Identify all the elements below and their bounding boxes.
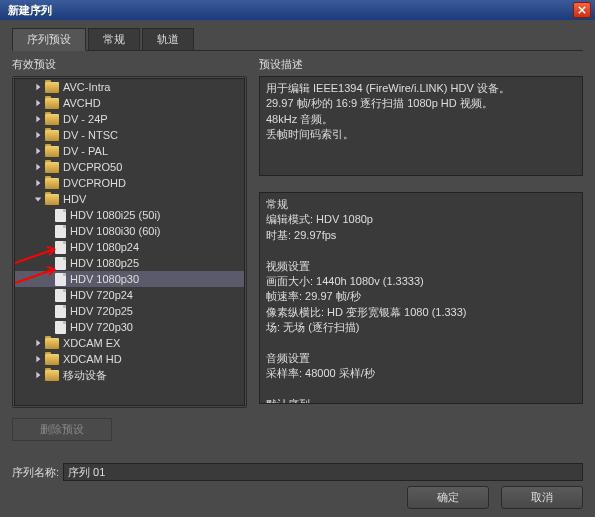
- tree-folder[interactable]: HDV: [15, 191, 244, 207]
- tree-item[interactable]: HDV 720p30: [15, 319, 244, 335]
- tree-item[interactable]: HDV 1080p30: [15, 271, 244, 287]
- titlebar: 新建序列: [0, 0, 595, 20]
- chevron-right-icon: [33, 162, 43, 172]
- tree-item-label: DVCPRO50: [63, 161, 122, 173]
- tab-bar: 序列预设常规轨道: [12, 28, 583, 51]
- tree-folder[interactable]: DV - PAL: [15, 143, 244, 159]
- new-sequence-dialog: 新建序列 序列预设常规轨道 有效预设 AVC-IntraAVCHDDV - 24…: [0, 0, 595, 517]
- tree-folder[interactable]: XDCAM HD: [15, 351, 244, 367]
- folder-icon: [45, 194, 59, 205]
- tree-item-label: HDV 1080p30: [70, 273, 139, 285]
- tree-item-label: HDV 720p30: [70, 321, 133, 333]
- tree-item[interactable]: HDV 720p25: [15, 303, 244, 319]
- tree-item-label: DV - NTSC: [63, 129, 118, 141]
- tree-item-label: HDV 1080p25: [70, 257, 139, 269]
- sequence-name-label: 序列名称:: [12, 465, 59, 480]
- folder-icon: [45, 114, 59, 125]
- close-button[interactable]: [573, 2, 591, 18]
- tree-folder[interactable]: AVC-Intra: [15, 79, 244, 95]
- tree-item-label: 移动设备: [63, 368, 107, 383]
- tree-item[interactable]: HDV 1080i30 (60i): [15, 223, 244, 239]
- folder-icon: [45, 82, 59, 93]
- tree-item[interactable]: HDV 1080i25 (50i): [15, 207, 244, 223]
- tree-folder[interactable]: 移动设备: [15, 367, 244, 383]
- chevron-right-icon: [33, 98, 43, 108]
- preset-file-icon: [55, 241, 66, 254]
- tree-item[interactable]: HDV 1080p25: [15, 255, 244, 271]
- folder-icon: [45, 354, 59, 365]
- tree-item-label: HDV 720p24: [70, 289, 133, 301]
- preset-file-icon: [55, 289, 66, 302]
- tree-item[interactable]: HDV 1080p24: [15, 239, 244, 255]
- tree-item[interactable]: HDV 720p24: [15, 287, 244, 303]
- chevron-right-icon: [33, 370, 43, 380]
- chevron-right-icon: [33, 114, 43, 124]
- preset-details: 常规 编辑模式: HDV 1080p 时基: 29.97fps 视频设置 画面大…: [259, 192, 583, 404]
- folder-icon: [45, 370, 59, 381]
- right-column: 预设描述 用于编辑 IEEE1394 (FireWire/i.LINK) HDV…: [259, 57, 583, 441]
- dialog-body: 序列预设常规轨道 有效预设 AVC-IntraAVCHDDV - 24PDV -…: [0, 20, 595, 489]
- chevron-right-icon: [33, 146, 43, 156]
- sequence-name-input[interactable]: [63, 463, 583, 481]
- preset-file-icon: [55, 225, 66, 238]
- tree-item-label: DV - PAL: [63, 145, 108, 157]
- folder-icon: [45, 178, 59, 189]
- tree-item-label: AVC-Intra: [63, 81, 110, 93]
- preset-file-icon: [55, 209, 66, 222]
- tree-folder[interactable]: AVCHD: [15, 95, 244, 111]
- tree-item-label: HDV: [63, 193, 86, 205]
- tab-2[interactable]: 轨道: [142, 28, 194, 50]
- delete-preset-button: 删除预设: [12, 418, 112, 441]
- ok-button[interactable]: 确定: [407, 486, 489, 509]
- tree-item-label: XDCAM HD: [63, 353, 122, 365]
- tree-folder[interactable]: XDCAM EX: [15, 335, 244, 351]
- chevron-right-icon: [33, 338, 43, 348]
- tree-folder[interactable]: DVCPRO50: [15, 159, 244, 175]
- presets-heading: 有效预设: [12, 57, 247, 72]
- preset-file-icon: [55, 321, 66, 334]
- chevron-right-icon: [33, 82, 43, 92]
- dialog-footer: 确定 取消: [407, 486, 583, 509]
- folder-icon: [45, 98, 59, 109]
- chevron-right-icon: [33, 354, 43, 364]
- tree-item-label: HDV 1080p24: [70, 241, 139, 253]
- tree-item-label: XDCAM EX: [63, 337, 120, 349]
- folder-icon: [45, 146, 59, 157]
- chevron-right-icon: [33, 130, 43, 140]
- tree-item-label: HDV 1080i30 (60i): [70, 225, 161, 237]
- folder-icon: [45, 130, 59, 141]
- folder-icon: [45, 338, 59, 349]
- sequence-name-row: 序列名称:: [12, 463, 583, 481]
- tab-1[interactable]: 常规: [88, 28, 140, 50]
- chevron-down-icon: [33, 194, 43, 204]
- tree-item-label: DV - 24P: [63, 113, 108, 125]
- tree-item-label: HDV 720p25: [70, 305, 133, 317]
- preset-tree[interactable]: AVC-IntraAVCHDDV - 24PDV - NTSCDV - PALD…: [14, 78, 245, 406]
- tree-folder[interactable]: DVCPROHD: [15, 175, 244, 191]
- tab-0[interactable]: 序列预设: [12, 28, 86, 51]
- left-column: 有效预设 AVC-IntraAVCHDDV - 24PDV - NTSCDV -…: [12, 57, 247, 441]
- tree-item-label: DVCPROHD: [63, 177, 126, 189]
- chevron-right-icon: [33, 178, 43, 188]
- cancel-button[interactable]: 取消: [501, 486, 583, 509]
- columns: 有效预设 AVC-IntraAVCHDDV - 24PDV - NTSCDV -…: [12, 57, 583, 441]
- tree-item-label: HDV 1080i25 (50i): [70, 209, 161, 221]
- preset-file-icon: [55, 305, 66, 318]
- tree-item-label: AVCHD: [63, 97, 101, 109]
- tree-folder[interactable]: DV - NTSC: [15, 127, 244, 143]
- preset-file-icon: [55, 257, 66, 270]
- preset-description: 用于编辑 IEEE1394 (FireWire/i.LINK) HDV 设备。 …: [259, 76, 583, 176]
- description-heading: 预设描述: [259, 57, 583, 72]
- preset-file-icon: [55, 273, 66, 286]
- tree-folder[interactable]: DV - 24P: [15, 111, 244, 127]
- folder-icon: [45, 162, 59, 173]
- window-title: 新建序列: [4, 3, 52, 18]
